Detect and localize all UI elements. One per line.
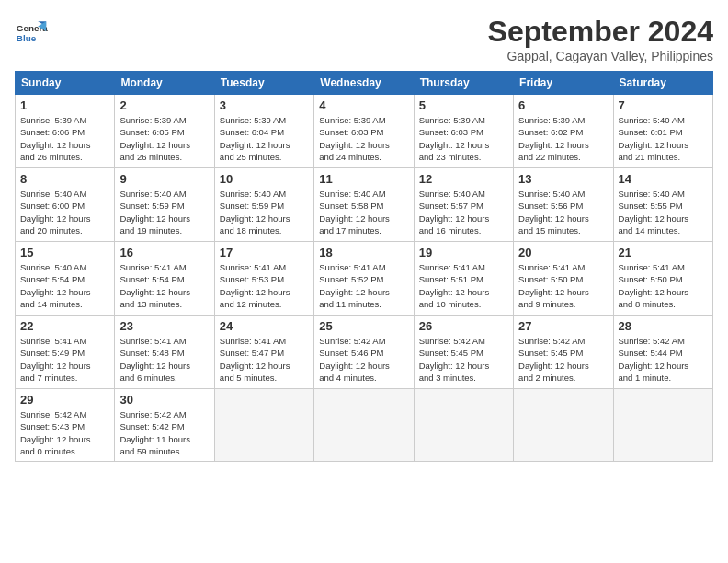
- day-detail: Sunrise: 5:39 AMSunset: 6:04 PMDaylight:…: [220, 114, 309, 163]
- day-number: 18: [319, 246, 408, 259]
- table-row: 2Sunrise: 5:39 AMSunset: 6:05 PMDaylight…: [115, 95, 214, 168]
- table-row: 23Sunrise: 5:41 AMSunset: 5:48 PMDayligh…: [115, 316, 214, 389]
- day-detail: Sunrise: 5:41 AMSunset: 5:52 PMDaylight:…: [319, 261, 408, 310]
- day-detail: Sunrise: 5:39 AMSunset: 6:02 PMDaylight:…: [518, 114, 608, 163]
- table-row: 3Sunrise: 5:39 AMSunset: 6:04 PMDaylight…: [214, 95, 313, 168]
- col-tuesday: Tuesday: [214, 72, 313, 95]
- calendar-week-row: 29Sunrise: 5:42 AMSunset: 5:43 PMDayligh…: [16, 389, 713, 462]
- table-row: 5Sunrise: 5:39 AMSunset: 6:03 PMDaylight…: [414, 95, 513, 168]
- day-number: 15: [20, 246, 109, 259]
- day-detail: Sunrise: 5:40 AMSunset: 5:59 PMDaylight:…: [119, 188, 209, 236]
- day-number: 7: [619, 98, 708, 112]
- calendar-week-row: 1Sunrise: 5:39 AMSunset: 6:06 PMDaylight…: [16, 95, 713, 168]
- table-row: 8Sunrise: 5:40 AMSunset: 6:00 PMDaylight…: [16, 168, 115, 242]
- col-saturday: Saturday: [613, 72, 712, 95]
- day-detail: Sunrise: 5:40 AMSunset: 6:01 PMDaylight:…: [619, 114, 708, 163]
- table-row: 4Sunrise: 5:39 AMSunset: 6:03 PMDaylight…: [314, 95, 414, 168]
- day-number: 8: [20, 172, 109, 186]
- table-row: 24Sunrise: 5:41 AMSunset: 5:47 PMDayligh…: [214, 316, 313, 389]
- day-number: 11: [319, 172, 408, 186]
- day-detail: Sunrise: 5:42 AMSunset: 5:44 PMDaylight:…: [619, 335, 708, 384]
- day-detail: Sunrise: 5:42 AMSunset: 5:42 PMDaylight:…: [119, 408, 209, 457]
- day-number: 17: [220, 246, 309, 259]
- day-detail: Sunrise: 5:41 AMSunset: 5:50 PMDaylight:…: [619, 261, 708, 310]
- day-detail: Sunrise: 5:39 AMSunset: 6:03 PMDaylight:…: [419, 114, 508, 163]
- day-detail: Sunrise: 5:40 AMSunset: 6:00 PMDaylight:…: [20, 188, 109, 236]
- logo: General Blue: [15, 15, 51, 48]
- day-detail: Sunrise: 5:42 AMSunset: 5:46 PMDaylight:…: [319, 335, 408, 384]
- table-row: 15Sunrise: 5:40 AMSunset: 5:54 PMDayligh…: [16, 242, 115, 316]
- day-number: 23: [119, 319, 209, 333]
- day-number: 3: [220, 98, 309, 112]
- calendar-body: 1Sunrise: 5:39 AMSunset: 6:06 PMDaylight…: [16, 95, 713, 462]
- table-row: 7Sunrise: 5:40 AMSunset: 6:01 PMDaylight…: [613, 95, 712, 168]
- day-number: 12: [419, 172, 508, 186]
- day-number: 16: [119, 246, 209, 259]
- svg-text:Blue: Blue: [17, 33, 37, 43]
- day-number: 28: [619, 319, 708, 333]
- day-detail: Sunrise: 5:41 AMSunset: 5:47 PMDaylight:…: [220, 335, 309, 384]
- day-detail: Sunrise: 5:41 AMSunset: 5:50 PMDaylight:…: [518, 261, 608, 310]
- table-row: 10Sunrise: 5:40 AMSunset: 5:59 PMDayligh…: [214, 168, 313, 242]
- day-number: 9: [119, 172, 209, 186]
- day-detail: Sunrise: 5:41 AMSunset: 5:53 PMDaylight:…: [220, 261, 309, 310]
- table-row: 1Sunrise: 5:39 AMSunset: 6:06 PMDaylight…: [16, 95, 115, 168]
- table-row: 20Sunrise: 5:41 AMSunset: 5:50 PMDayligh…: [514, 242, 613, 316]
- col-sunday: Sunday: [16, 72, 115, 95]
- calendar-week-row: 22Sunrise: 5:41 AMSunset: 5:49 PMDayligh…: [16, 316, 713, 389]
- col-thursday: Thursday: [414, 72, 513, 95]
- location-subtitle: Gappal, Cagayan Valley, Philippines: [488, 49, 713, 63]
- day-detail: Sunrise: 5:41 AMSunset: 5:51 PMDaylight:…: [419, 261, 508, 310]
- table-row: 18Sunrise: 5:41 AMSunset: 5:52 PMDayligh…: [314, 242, 414, 316]
- day-detail: Sunrise: 5:42 AMSunset: 5:45 PMDaylight:…: [518, 335, 608, 384]
- month-title: September 2024: [488, 15, 713, 49]
- day-number: 10: [220, 172, 309, 186]
- day-detail: Sunrise: 5:40 AMSunset: 5:59 PMDaylight:…: [220, 188, 309, 236]
- day-number: 14: [619, 172, 708, 186]
- page-header: General Blue September 2024 Gappal, Caga…: [15, 15, 713, 63]
- day-detail: Sunrise: 5:39 AMSunset: 6:05 PMDaylight:…: [119, 114, 209, 163]
- day-detail: Sunrise: 5:41 AMSunset: 5:49 PMDaylight:…: [20, 335, 109, 384]
- table-row: 30Sunrise: 5:42 AMSunset: 5:42 PMDayligh…: [115, 389, 214, 462]
- day-detail: Sunrise: 5:40 AMSunset: 5:58 PMDaylight:…: [319, 188, 408, 236]
- day-number: 6: [518, 98, 608, 112]
- day-detail: Sunrise: 5:40 AMSunset: 5:57 PMDaylight:…: [419, 188, 508, 236]
- table-row: 19Sunrise: 5:41 AMSunset: 5:51 PMDayligh…: [414, 242, 513, 316]
- table-row: 29Sunrise: 5:42 AMSunset: 5:43 PMDayligh…: [16, 389, 115, 462]
- day-number: 2: [119, 98, 209, 112]
- table-row: 11Sunrise: 5:40 AMSunset: 5:58 PMDayligh…: [314, 168, 414, 242]
- table-row: 27Sunrise: 5:42 AMSunset: 5:45 PMDayligh…: [514, 316, 613, 389]
- table-row: 17Sunrise: 5:41 AMSunset: 5:53 PMDayligh…: [214, 242, 313, 316]
- day-number: 25: [319, 319, 408, 333]
- title-area: September 2024 Gappal, Cagayan Valley, P…: [488, 15, 713, 63]
- table-row: [214, 389, 313, 462]
- day-detail: Sunrise: 5:42 AMSunset: 5:45 PMDaylight:…: [419, 335, 508, 384]
- calendar-week-row: 15Sunrise: 5:40 AMSunset: 5:54 PMDayligh…: [16, 242, 713, 316]
- table-row: 14Sunrise: 5:40 AMSunset: 5:55 PMDayligh…: [613, 168, 712, 242]
- table-row: [414, 389, 513, 462]
- day-number: 21: [619, 246, 708, 259]
- table-row: 25Sunrise: 5:42 AMSunset: 5:46 PMDayligh…: [314, 316, 414, 389]
- day-detail: Sunrise: 5:40 AMSunset: 5:55 PMDaylight:…: [619, 188, 708, 236]
- table-row: 9Sunrise: 5:40 AMSunset: 5:59 PMDaylight…: [115, 168, 214, 242]
- day-number: 26: [419, 319, 508, 333]
- table-row: [613, 389, 712, 462]
- day-number: 22: [20, 319, 109, 333]
- day-detail: Sunrise: 5:40 AMSunset: 5:54 PMDaylight:…: [20, 261, 109, 310]
- table-row: 6Sunrise: 5:39 AMSunset: 6:02 PMDaylight…: [514, 95, 613, 168]
- logo-icon: General Blue: [15, 15, 48, 48]
- table-row: 28Sunrise: 5:42 AMSunset: 5:44 PMDayligh…: [613, 316, 712, 389]
- table-row: [314, 389, 414, 462]
- col-friday: Friday: [514, 72, 613, 95]
- table-row: 22Sunrise: 5:41 AMSunset: 5:49 PMDayligh…: [16, 316, 115, 389]
- day-number: 24: [220, 319, 309, 333]
- table-row: [514, 389, 613, 462]
- calendar-header: Sunday Monday Tuesday Wednesday Thursday…: [16, 72, 713, 95]
- day-detail: Sunrise: 5:40 AMSunset: 5:56 PMDaylight:…: [518, 188, 608, 236]
- day-number: 20: [518, 246, 608, 259]
- day-detail: Sunrise: 5:39 AMSunset: 6:06 PMDaylight:…: [20, 114, 109, 163]
- day-detail: Sunrise: 5:41 AMSunset: 5:48 PMDaylight:…: [119, 335, 209, 384]
- day-number: 30: [119, 393, 209, 407]
- calendar-week-row: 8Sunrise: 5:40 AMSunset: 6:00 PMDaylight…: [16, 168, 713, 242]
- header-row: Sunday Monday Tuesday Wednesday Thursday…: [16, 72, 713, 95]
